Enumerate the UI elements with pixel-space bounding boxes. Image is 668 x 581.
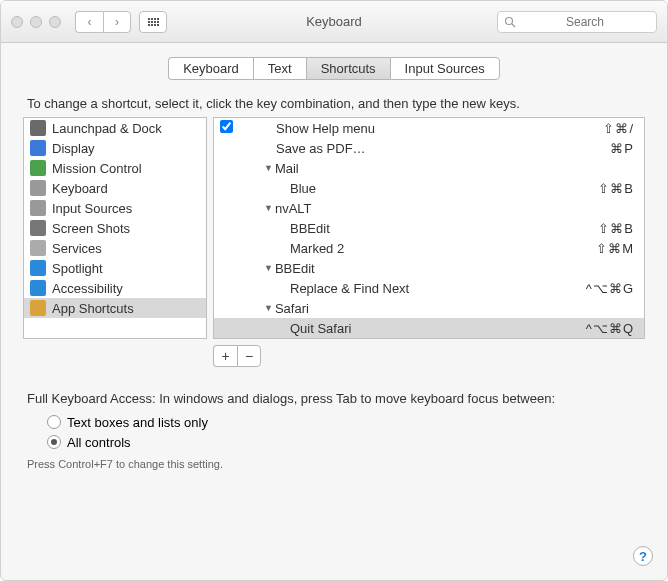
search-input[interactable] (497, 11, 657, 33)
category-item[interactable]: Keyboard (24, 178, 206, 198)
category-icon (30, 220, 46, 236)
shortcut-keys[interactable]: ⇧⌘B (598, 181, 634, 196)
disclosure-triangle-icon[interactable]: ▼ (264, 303, 273, 313)
shortcut-list[interactable]: Show Help menu⇧⌘/Save as PDF…⌘P▼MailBlue… (213, 117, 645, 339)
shortcut-row[interactable]: Marked 2⇧⌘M (214, 238, 644, 258)
category-icon (30, 180, 46, 196)
category-item[interactable]: Mission Control (24, 158, 206, 178)
window-controls (11, 16, 61, 28)
category-label: Spotlight (52, 261, 103, 276)
grid-icon (148, 18, 159, 26)
shortcut-name: Quit Safari (238, 321, 351, 336)
category-label: Display (52, 141, 95, 156)
shortcut-keys[interactable]: ⇧⌘/ (603, 121, 634, 136)
shortcut-name: Marked 2 (238, 241, 344, 256)
shortcut-keys[interactable]: ^⌥⌘G (586, 281, 634, 296)
shortcut-name: Replace & Find Next (238, 281, 409, 296)
category-icon (30, 140, 46, 156)
remove-button[interactable]: − (237, 345, 261, 367)
category-item[interactable]: App Shortcuts (24, 298, 206, 318)
shortcut-name: Blue (238, 181, 316, 196)
disclosure-triangle-icon[interactable]: ▼ (264, 203, 273, 213)
shortcut-row[interactable]: Save as PDF…⌘P (214, 138, 644, 158)
category-label: App Shortcuts (52, 301, 134, 316)
shortcut-keys[interactable]: ⇧⌘B (598, 221, 634, 236)
group-name: Mail (275, 161, 299, 176)
category-item[interactable]: Launchpad & Dock (24, 118, 206, 138)
category-item[interactable]: Screen Shots (24, 218, 206, 238)
shortcut-group-header[interactable]: ▼BBEdit (214, 258, 644, 278)
tab-input-sources[interactable]: Input Sources (390, 57, 500, 80)
titlebar: ‹ › Keyboard (1, 1, 667, 43)
radio-text-boxes[interactable]: Text boxes and lists only (47, 412, 645, 432)
nav-segment: ‹ › (75, 11, 131, 33)
category-icon (30, 200, 46, 216)
tab-text[interactable]: Text (253, 57, 306, 80)
add-button[interactable]: + (213, 345, 237, 367)
shortcut-name: BBEdit (238, 221, 330, 236)
preferences-window: ‹ › Keyboard Keyboard Text Shortcuts Inp… (0, 0, 668, 581)
category-list[interactable]: Launchpad & DockDisplayMission ControlKe… (23, 117, 207, 339)
content-area: Keyboard Text Shortcuts Input Sources To… (1, 43, 667, 480)
shortcut-row[interactable]: BBEdit⇧⌘B (214, 218, 644, 238)
shortcut-group-header[interactable]: ▼nvALT (214, 198, 644, 218)
instruction-text: To change a shortcut, select it, click t… (27, 96, 645, 111)
chevron-right-icon: › (115, 15, 119, 29)
radio-label: Text boxes and lists only (67, 415, 208, 430)
chevron-left-icon: ‹ (88, 15, 92, 29)
disclosure-triangle-icon[interactable]: ▼ (264, 163, 273, 173)
tab-shortcuts[interactable]: Shortcuts (306, 57, 390, 80)
shortcut-keys[interactable]: ⇧⌘M (596, 241, 634, 256)
category-label: Screen Shots (52, 221, 130, 236)
category-icon (30, 260, 46, 276)
group-name: nvALT (275, 201, 312, 216)
shortcut-row[interactable]: Show Help menu⇧⌘/ (214, 118, 644, 138)
category-label: Keyboard (52, 181, 108, 196)
category-label: Launchpad & Dock (52, 121, 162, 136)
tab-keyboard[interactable]: Keyboard (168, 57, 253, 80)
tab-bar: Keyboard Text Shortcuts Input Sources (23, 57, 645, 80)
shortcut-row[interactable]: Quit Safari^⌥⌘Q (214, 318, 644, 338)
shortcut-row[interactable]: Replace & Find Next^⌥⌘G (214, 278, 644, 298)
category-label: Mission Control (52, 161, 142, 176)
category-item[interactable]: Spotlight (24, 258, 206, 278)
shortcut-group-header[interactable]: ▼Mail (214, 158, 644, 178)
forward-button[interactable]: › (103, 11, 131, 33)
category-icon (30, 280, 46, 296)
radio-label: All controls (67, 435, 131, 450)
fka-label: Full Keyboard Access: In windows and dia… (27, 391, 645, 406)
category-label: Services (52, 241, 102, 256)
show-all-button[interactable] (139, 11, 167, 33)
shortcut-keys[interactable]: ⌘P (610, 141, 634, 156)
category-icon (30, 120, 46, 136)
radio-all-controls[interactable]: All controls (47, 432, 645, 452)
minimize-button[interactable] (30, 16, 42, 28)
category-item[interactable]: Services (24, 238, 206, 258)
group-name: BBEdit (275, 261, 315, 276)
shortcut-name: Show Help menu (238, 121, 375, 136)
category-item[interactable]: Input Sources (24, 198, 206, 218)
category-icon (30, 240, 46, 256)
fka-hint: Press Control+F7 to change this setting. (27, 458, 645, 470)
shortcut-row[interactable]: Blue⇧⌘B (214, 178, 644, 198)
zoom-button[interactable] (49, 16, 61, 28)
shortcut-group-header[interactable]: ▼Safari (214, 298, 644, 318)
back-button[interactable]: ‹ (75, 11, 103, 33)
disclosure-triangle-icon[interactable]: ▼ (264, 263, 273, 273)
radio-button-icon (47, 435, 61, 449)
category-icon (30, 160, 46, 176)
shortcut-name: Save as PDF… (238, 141, 366, 156)
help-button[interactable]: ? (633, 546, 653, 566)
category-item[interactable]: Accessibility (24, 278, 206, 298)
enable-checkbox[interactable] (220, 120, 233, 133)
radio-button-icon (47, 415, 61, 429)
checkbox-col (214, 120, 238, 136)
category-label: Accessibility (52, 281, 123, 296)
shortcut-keys[interactable]: ^⌥⌘Q (586, 321, 634, 336)
close-button[interactable] (11, 16, 23, 28)
category-label: Input Sources (52, 201, 132, 216)
group-name: Safari (275, 301, 309, 316)
category-icon (30, 300, 46, 316)
category-item[interactable]: Display (24, 138, 206, 158)
